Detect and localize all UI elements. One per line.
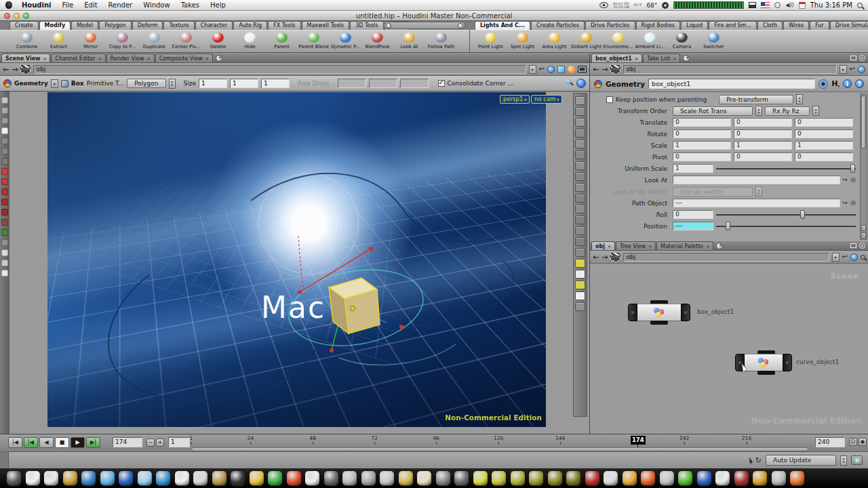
- shelf-tab[interactable]: Modify: [39, 21, 71, 30]
- shelf-tab[interactable]: Rigid Bodies: [636, 21, 680, 30]
- shelf-tool[interactable]: Area Light: [538, 31, 570, 49]
- node-right-flag[interactable]: [681, 304, 690, 321]
- maximize-pane-icon[interactable]: [850, 56, 856, 60]
- viewport-tool-icon[interactable]: [1, 239, 8, 246]
- close-tab-icon[interactable]: [43, 56, 46, 62]
- dock-app-icon[interactable]: [250, 471, 264, 485]
- dock-app-icon[interactable]: [156, 471, 170, 485]
- apple-menu-icon[interactable]: [5, 1, 12, 9]
- display-option-icon[interactable]: [575, 107, 585, 116]
- shelf-tool[interactable]: Mirror: [75, 31, 106, 49]
- display-option-icon[interactable]: [575, 216, 585, 224]
- dock-app-icon[interactable]: [623, 471, 637, 485]
- shelf-tab[interactable]: Drive Particles: [585, 21, 635, 30]
- playhead[interactable]: 174: [631, 436, 646, 445]
- display-options-icon[interactable]: [578, 66, 587, 73]
- dock-app-icon[interactable]: [7, 471, 21, 485]
- param-scrollbar[interactable]: • •: [860, 94, 867, 240]
- shelf-tool[interactable]: Switcher: [698, 31, 730, 49]
- dock-app-icon[interactable]: [119, 471, 133, 485]
- current-frame-field[interactable]: 174: [113, 437, 142, 447]
- shelf-tool[interactable]: Follow Path: [425, 31, 457, 49]
- pane-tab[interactable]: Scene View: [1, 54, 50, 62]
- viewport-camera-menu[interactable]: persp1: [500, 95, 530, 104]
- roll-slider[interactable]: [716, 210, 856, 219]
- forward-arrow-icon[interactable]: →: [601, 253, 608, 261]
- rotate-z-field[interactable]: 0: [795, 129, 853, 138]
- shelf-tool[interactable]: Copy to P...: [106, 31, 138, 49]
- forward-arrow-icon[interactable]: →: [601, 66, 608, 73]
- dock-app-icon[interactable]: [473, 471, 488, 485]
- dock-app-icon[interactable]: [604, 471, 618, 485]
- display-option-icon[interactable]: [575, 205, 585, 214]
- refresh-icon[interactable]: ↻: [755, 457, 762, 464]
- menu-item[interactable]: File: [62, 1, 74, 9]
- roll-field[interactable]: 0: [673, 210, 713, 219]
- display-option-icon[interactable]: [575, 237, 585, 246]
- primitive-mode-spinner[interactable]: [169, 79, 176, 89]
- frame-decrement-button[interactable]: −: [146, 439, 155, 447]
- link-indicator-icon[interactable]: [547, 66, 555, 73]
- shelf-tool[interactable]: Camera: [666, 31, 698, 49]
- dock-app-icon[interactable]: [678, 471, 692, 485]
- range-end-field[interactable]: 240: [815, 437, 845, 447]
- dock-app-icon[interactable]: [548, 471, 562, 485]
- position-slider[interactable]: [716, 222, 856, 230]
- close-tab-icon[interactable]: [608, 243, 611, 249]
- transform-order-spinner[interactable]: [755, 106, 762, 116]
- shelf-tab[interactable]: 3D Tools: [350, 21, 384, 30]
- gear-menu-icon[interactable]: [818, 79, 828, 89]
- display-option-icon[interactable]: [575, 270, 585, 279]
- shelf-tool[interactable]: Distant Light: [570, 31, 602, 49]
- viewport-tool-icon[interactable]: [1, 107, 8, 114]
- path-dropdown-button[interactable]: [840, 65, 847, 74]
- op-jump-icon[interactable]: ↪: [843, 200, 848, 206]
- shelf-tool[interactable]: BlendPose: [361, 31, 393, 49]
- range-start-field[interactable]: 1: [168, 437, 190, 447]
- dock-app-icon[interactable]: [660, 471, 674, 485]
- display-option-icon[interactable]: [575, 259, 585, 268]
- menubar-clock[interactable]: Thu 3:16 PM: [810, 1, 852, 9]
- scrollbar-thumb[interactable]: [861, 96, 866, 148]
- add-tab-button[interactable]: [716, 243, 723, 249]
- close-tab-icon[interactable]: [147, 56, 151, 62]
- menu-item[interactable]: Render: [108, 1, 133, 9]
- viewport-tool-icon[interactable]: [1, 209, 8, 216]
- dock-app-icon[interactable]: [790, 471, 804, 485]
- shelf-tab[interactable]: Drive Simula...: [830, 21, 868, 30]
- shelf-tab[interactable]: Texture: [163, 21, 194, 30]
- rotate-x-field[interactable]: 0: [673, 129, 731, 138]
- pane-tab[interactable]: Material Palette: [656, 241, 713, 250]
- menu-item[interactable]: Houdini: [22, 1, 52, 9]
- shelf-tab[interactable]: Maxwell Tools: [302, 21, 350, 30]
- dock-app-icon[interactable]: [492, 471, 506, 485]
- path-dropdown-button[interactable]: [529, 65, 536, 74]
- pivot-y-field[interactable]: 0: [734, 152, 792, 161]
- shelf-tool[interactable]: Center Piv...: [170, 31, 202, 49]
- close-tab-icon[interactable]: [635, 56, 638, 62]
- pivot-z-field[interactable]: 0: [795, 152, 853, 161]
- dock-app-icon[interactable]: [81, 471, 96, 485]
- dock-app-icon[interactable]: [287, 471, 301, 485]
- viewport-tool-icon[interactable]: [1, 178, 8, 185]
- rotate-y-field[interactable]: 0: [734, 129, 792, 138]
- display-option-icon[interactable]: [575, 183, 585, 192]
- viewport-tool-icon[interactable]: [1, 168, 8, 175]
- close-tab-icon[interactable]: [98, 56, 102, 62]
- memory-usage-icon[interactable]: [851, 455, 863, 465]
- shelf-tool[interactable]: Ambient Li...: [634, 31, 666, 49]
- close-tab-icon[interactable]: [673, 56, 676, 62]
- uniform-scale-slider[interactable]: [716, 164, 856, 173]
- display-option-icon[interactable]: [575, 302, 585, 311]
- back-arrow-icon[interactable]: ←: [593, 66, 599, 73]
- back-arrow-icon[interactable]: ←: [593, 253, 599, 261]
- display-option-icon[interactable]: [575, 150, 585, 159]
- dock-app-icon[interactable]: [212, 471, 226, 485]
- position-field[interactable]: ---: [673, 222, 713, 230]
- viewport-tool-icon[interactable]: [1, 229, 8, 236]
- dock-app-icon[interactable]: [361, 471, 376, 485]
- dock-app-icon[interactable]: [63, 471, 77, 485]
- op-select-icon[interactable]: ◎: [850, 177, 856, 183]
- scale-y-field[interactable]: 1: [734, 141, 792, 150]
- pin-pane-icon[interactable]: ↩: [539, 66, 545, 73]
